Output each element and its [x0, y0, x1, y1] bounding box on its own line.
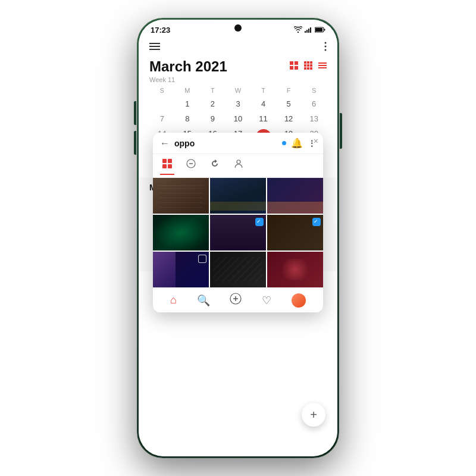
day-header-sun: S — [149, 86, 175, 95]
photo-item-5[interactable] — [210, 215, 266, 250]
cal-cell-6[interactable]: 6 — [301, 96, 327, 111]
cal-cell-10[interactable]: 10 — [226, 111, 251, 126]
popup-tab-bar — [153, 154, 323, 178]
svg-rect-30 — [168, 159, 172, 163]
photo-item-6[interactable] — [267, 215, 323, 250]
photo-checkbox-5[interactable] — [255, 218, 264, 226]
svg-rect-5 — [315, 28, 322, 32]
day-header-sat: S — [301, 86, 327, 95]
week-label: Week 11 — [139, 76, 337, 86]
svg-rect-18 — [307, 61, 309, 64]
popup-bottom-nav: ⌂ 🔍 ♡ — [153, 287, 323, 312]
photo-item-2[interactable] — [210, 178, 266, 214]
popup-notification-dot — [282, 141, 286, 145]
list-view-button[interactable] — [318, 61, 327, 72]
svg-point-11 — [325, 46, 327, 48]
app-header — [139, 37, 337, 56]
small-grid-view-button[interactable] — [290, 61, 298, 72]
cal-cell-1[interactable]: 1 — [175, 96, 201, 111]
svg-rect-16 — [295, 66, 298, 70]
menu-button[interactable] — [149, 42, 160, 53]
photo-item-8[interactable] — [210, 252, 266, 287]
photo-item-3[interactable] — [267, 178, 323, 214]
popup-app-title: oppo — [174, 139, 275, 148]
volume-down-button[interactable] — [134, 131, 136, 155]
svg-point-12 — [325, 49, 327, 51]
cal-cell-3[interactable]: 3 — [226, 96, 251, 111]
photo-item-1[interactable] — [153, 178, 209, 214]
svg-rect-3 — [310, 27, 311, 33]
large-grid-view-button[interactable] — [304, 61, 312, 72]
month-title: March 2021 — [149, 58, 227, 75]
cal-cell-5[interactable]: 5 — [276, 96, 302, 111]
popup-nav-search[interactable]: 🔍 — [197, 294, 210, 307]
calendar-day-headers: S M T W T F S — [139, 86, 337, 95]
photo-item-4[interactable] — [153, 215, 209, 250]
photo-checkbox-7[interactable] — [198, 255, 206, 263]
svg-rect-15 — [290, 66, 293, 70]
popup-nav-home[interactable]: ⌂ — [170, 294, 177, 306]
popup-photo-grid — [153, 178, 323, 287]
overlay-popup: × ← oppo 🔔 ⋮ — [153, 133, 323, 312]
day-header-tue: T — [200, 86, 226, 95]
svg-rect-6 — [324, 29, 325, 30]
day-header-fri: F — [276, 86, 302, 95]
svg-rect-1 — [306, 30, 308, 33]
photo-item-7[interactable] — [153, 252, 209, 287]
camera-punch-hole — [234, 24, 242, 32]
svg-point-10 — [325, 42, 327, 44]
phone-shell: 17:23 — [137, 18, 339, 458]
day-header-wed: W — [226, 86, 251, 95]
svg-rect-31 — [162, 164, 167, 168]
day-header-mon: M — [175, 86, 201, 95]
cal-cell-4[interactable]: 4 — [250, 96, 276, 111]
svg-rect-23 — [304, 67, 306, 70]
svg-rect-19 — [310, 61, 312, 64]
cal-cell-11[interactable]: 11 — [250, 111, 276, 126]
signal-icon — [305, 27, 312, 34]
cal-cell-9[interactable]: 9 — [200, 111, 226, 126]
overflow-menu-button[interactable] — [324, 42, 327, 54]
cal-cell-7[interactable]: 7 — [149, 111, 175, 126]
view-toggles — [290, 61, 327, 72]
day-header-thu: T — [250, 86, 276, 95]
svg-rect-13 — [290, 61, 293, 65]
popup-nav-heart[interactable]: ♡ — [262, 294, 271, 307]
popup-bell-icon[interactable]: 🔔 — [291, 137, 303, 149]
battery-icon — [315, 27, 325, 34]
svg-rect-14 — [295, 61, 298, 65]
popup-nav-bar: ← oppo 🔔 ⋮ — [153, 133, 323, 154]
popup-tab-minus[interactable] — [184, 156, 198, 175]
popup-tab-person[interactable] — [231, 156, 246, 175]
svg-rect-32 — [168, 164, 172, 168]
svg-rect-20 — [304, 64, 306, 67]
status-icons — [294, 26, 325, 34]
phone-screen: 17:23 — [139, 20, 337, 456]
svg-rect-21 — [307, 64, 309, 67]
fab-add-event-button[interactable]: + — [302, 403, 325, 427]
popup-back-button[interactable]: ← — [160, 138, 170, 149]
svg-point-35 — [237, 160, 240, 164]
cal-cell-2[interactable]: 2 — [200, 96, 226, 111]
popup-tab-refresh[interactable] — [208, 156, 222, 175]
cal-cell-12[interactable]: 12 — [276, 111, 302, 126]
cal-cell-13[interactable]: 13 — [301, 111, 327, 126]
volume-up-button[interactable] — [134, 101, 136, 125]
cal-cell-empty — [149, 96, 175, 111]
popup-close-button[interactable]: × — [314, 136, 318, 146]
svg-rect-22 — [310, 64, 312, 67]
svg-rect-0 — [305, 31, 306, 33]
month-section: March 2021 — [139, 56, 337, 76]
cal-cell-8[interactable]: 8 — [175, 111, 201, 126]
popup-nav-avatar[interactable] — [292, 293, 306, 308]
photo-checkbox-6[interactable] — [312, 218, 321, 226]
photo-item-9[interactable] — [267, 252, 323, 287]
svg-rect-25 — [310, 67, 312, 70]
svg-rect-17 — [304, 61, 306, 64]
popup-nav-add[interactable] — [230, 293, 242, 308]
wifi-icon — [294, 26, 302, 34]
svg-rect-29 — [162, 159, 167, 163]
power-button[interactable] — [340, 113, 342, 149]
svg-rect-24 — [307, 67, 309, 70]
popup-tab-grid[interactable] — [160, 156, 174, 175]
